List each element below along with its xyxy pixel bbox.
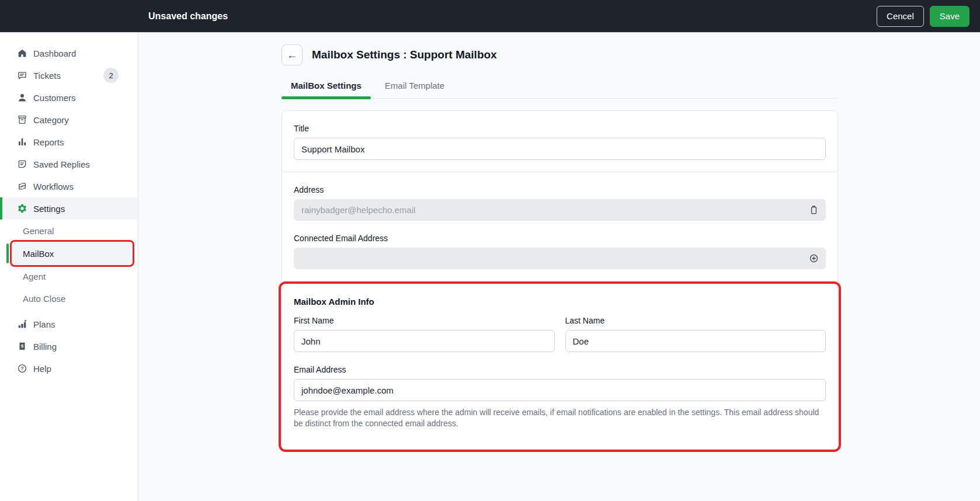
home-icon: [17, 48, 27, 58]
tickets-count-badge: 2: [103, 68, 119, 83]
mailbox-admin-info-section: Mailbox Admin Info First Name Last Name …: [282, 283, 837, 449]
last-name-input[interactable]: [565, 330, 826, 352]
sidebar-item-label: Saved Replies: [33, 159, 90, 169]
sidebar-item-tickets[interactable]: Tickets 2: [0, 64, 138, 86]
admin-info-heading: Mailbox Admin Info: [294, 297, 826, 307]
sidebar-subitem-label: Agent: [23, 272, 46, 281]
main-content: ← Mailbox Settings : Support Mailbox Mai…: [138, 33, 980, 501]
back-button[interactable]: ←: [282, 44, 303, 65]
sidebar-item-label: Customers: [33, 93, 76, 103]
plans-icon: [17, 319, 27, 329]
sidebar-item-label: Dashboard: [33, 48, 76, 58]
topbar: Unsaved changes Cencel Save: [0, 0, 980, 33]
sidebar-item-plans[interactable]: Plans: [0, 313, 138, 335]
sidebar-item-reports[interactable]: Reports: [0, 131, 138, 153]
email-address-input[interactable]: [294, 379, 826, 401]
sidebar-item-settings[interactable]: Settings: [0, 197, 138, 220]
sidebar-subitem-label: General: [23, 226, 54, 236]
clipboard-icon[interactable]: [808, 205, 819, 215]
sidebar-subitem-label: Auto Close: [23, 294, 65, 304]
tab-email-template[interactable]: Email Template: [376, 75, 454, 98]
svg-text:?: ?: [20, 366, 23, 371]
sidebar-item-workflows[interactable]: Workflows: [0, 175, 138, 197]
category-icon: [17, 114, 27, 125]
address-section: Address Connected Email Address: [282, 172, 837, 283]
mailbox-settings-card: Title Address Connected Email Address: [282, 110, 838, 450]
plus-circle-icon[interactable]: [808, 253, 819, 264]
sidebar-item-billing[interactable]: $ Billing: [0, 335, 138, 357]
email-helper-text: Please provide the email address where t…: [294, 407, 826, 429]
tab-bar: MailBox Settings Email Template: [282, 75, 838, 99]
workflows-icon: [17, 181, 27, 192]
sidebar-subitem-label: MailBox: [23, 249, 54, 259]
sidebar-item-label: Reports: [33, 137, 64, 147]
first-name-label: First Name: [294, 316, 555, 325]
last-name-label: Last Name: [565, 316, 826, 325]
sidebar-item-label: Settings: [33, 204, 65, 214]
sidebar-item-label: Workflows: [33, 182, 74, 192]
help-icon: ?: [17, 363, 27, 374]
sidebar-subitem-auto-close[interactable]: Auto Close: [0, 287, 138, 309]
sidebar-subitem-agent[interactable]: Agent: [0, 265, 138, 287]
connected-email-label: Connected Email Address: [294, 234, 826, 243]
sidebar-item-label: Tickets: [33, 71, 61, 81]
saved-replies-icon: [17, 159, 27, 169]
ticket-chat-icon: [17, 70, 27, 81]
sidebar-item-saved-replies[interactable]: Saved Replies: [0, 153, 138, 175]
sidebar-item-label: Help: [33, 364, 51, 374]
title-input[interactable]: [294, 138, 826, 160]
active-indicator-bar: [6, 243, 9, 263]
save-button[interactable]: Save: [930, 6, 969, 27]
sidebar-item-help[interactable]: ? Help: [0, 357, 138, 380]
unsaved-changes-status: Unsaved changes: [148, 11, 228, 22]
sidebar: Dashboard Tickets 2 Customers Category: [0, 33, 138, 501]
tab-mailbox-settings[interactable]: MailBox Settings: [282, 75, 371, 98]
sidebar-item-label: Billing: [33, 342, 57, 352]
topbar-actions: Cencel Save: [877, 6, 969, 27]
billing-icon: $: [17, 341, 27, 352]
email-address-label: Email Address: [294, 365, 826, 374]
first-name-input[interactable]: [294, 330, 555, 352]
sidebar-subitem-general[interactable]: General: [0, 220, 138, 242]
sidebar-item-label: Category: [33, 115, 69, 125]
title-section: Title: [282, 111, 837, 172]
address-input: [294, 199, 826, 221]
customers-icon: [17, 92, 27, 103]
gear-icon: [17, 203, 27, 214]
sidebar-item-category[interactable]: Category: [0, 109, 138, 131]
address-label: Address: [294, 185, 826, 194]
connected-email-input: [294, 248, 826, 269]
sidebar-item-dashboard[interactable]: Dashboard: [0, 42, 138, 64]
sidebar-item-label: Plans: [33, 319, 55, 329]
sidebar-item-customers[interactable]: Customers: [0, 86, 138, 109]
reports-icon: [17, 137, 27, 147]
sidebar-subitem-mailbox[interactable]: MailBox: [12, 242, 133, 265]
cancel-button[interactable]: Cencel: [877, 6, 924, 27]
title-label: Title: [294, 124, 826, 133]
page-title: Mailbox Settings : Support Mailbox: [312, 48, 497, 61]
